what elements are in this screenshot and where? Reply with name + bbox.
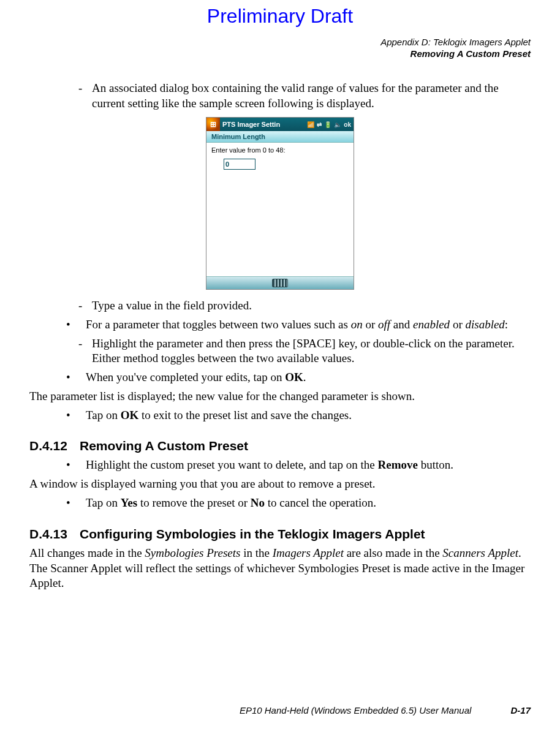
para-symbologies: All changes made in the Symbologies Pres… [29, 546, 531, 591]
text-em: on [351, 318, 363, 331]
page: Preliminary Draft Appendix D: Teklogix I… [0, 0, 560, 740]
start-flag-icon[interactable]: ⊞ [206, 118, 220, 131]
header-line-2: Removing A Custom Preset [380, 48, 531, 60]
footer-title: EP10 Hand-Held (Windows Embedded 6.5) Us… [240, 705, 471, 715]
section-title: Removing A Custom Preset [80, 439, 248, 453]
text-fragment: button. [418, 458, 453, 471]
section-title: Configuring Symbologies in the Teklogix … [80, 527, 425, 541]
bullet-text: Highlight the custom preset you want to … [86, 458, 453, 471]
bullet-tap-ok-exit: • Tap on OK to exit to the preset list a… [29, 408, 531, 423]
bullet-marker: • [66, 370, 70, 385]
text-fragment: Highlight the custom preset you want to … [86, 458, 377, 471]
text-strong: Remove [377, 458, 417, 471]
dash-text: Highlight the parameter and then press t… [92, 337, 515, 365]
system-tray: 📶 ⇄ 🔋 🔈 ok [305, 121, 354, 128]
section-number: D.4.12 [29, 437, 80, 454]
bullet-text: When you've completed your edits, tap on… [86, 371, 306, 383]
dash-marker: - [78, 298, 82, 314]
text-fragment: to exit to the preset list and save the … [138, 409, 352, 421]
value-input[interactable]: 0 [224, 159, 255, 170]
bullet-text: Tap on Yes to remove the preset or No to… [86, 496, 376, 509]
signal-icon: 📶 [307, 121, 314, 128]
text-fragment: All changes made in the [29, 546, 145, 559]
text-em: Symbologies Presets [145, 546, 240, 559]
running-header: Appendix D: Teklogix Imagers Applet Remo… [380, 37, 531, 60]
phone-bottom-bar [206, 276, 354, 289]
footer-page-number: D-17 [510, 705, 531, 715]
text-strong: OK [285, 371, 303, 383]
bullet-marker: • [66, 317, 70, 333]
intro-dash-text: An associated dialog box containing the … [92, 81, 499, 110]
text-em: Imagers Applet [273, 546, 344, 559]
bullet-yes-no: • Tap on Yes to remove the preset or No … [29, 496, 531, 511]
text-em: Scanners Applet [442, 546, 518, 559]
watermark-text: Preliminary Draft [0, 5, 560, 28]
text-fragment: . [303, 371, 306, 383]
text-fragment: to remove the preset or [137, 496, 251, 509]
text-strong: OK [121, 409, 139, 421]
dash-item-highlight: - Highlight the parameter and then press… [29, 336, 531, 366]
bullet-marker: • [66, 458, 70, 473]
page-footer: EP10 Hand-Held (Windows Embedded 6.5) Us… [29, 705, 531, 715]
text-fragment: : [505, 318, 508, 331]
section-heading-d413: D.4.13Configuring Symbologies in the Tek… [29, 526, 531, 542]
phone-subtitle-bar: Minimum Length [206, 131, 354, 143]
content-area: - An associated dialog box containing th… [29, 81, 531, 595]
bullet-text: For a parameter that toggles between two… [86, 318, 508, 331]
text-em: enabled [413, 318, 450, 331]
section-heading-d412: D.4.12Removing A Custom Preset [29, 437, 531, 454]
text-fragment: Tap on [86, 409, 121, 421]
bullet-marker: • [66, 496, 70, 511]
dash-marker: - [78, 81, 82, 96]
para-warning-window: A window is displayed warning you that y… [29, 477, 531, 492]
text-fragment: or [450, 318, 465, 331]
text-strong: Yes [121, 496, 137, 509]
phone-prompt-text: Enter value from 0 to 48: [211, 146, 349, 154]
dash-marker: - [78, 336, 82, 352]
phone-mock: ⊞ PTS Imager Settin 📶 ⇄ 🔋 🔈 ok Minimum L… [206, 117, 354, 290]
text-fragment: and [390, 318, 413, 331]
battery-icon: 🔋 [324, 121, 331, 128]
phone-title-bar: ⊞ PTS Imager Settin 📶 ⇄ 🔋 🔈 ok [206, 118, 354, 131]
volume-icon: 🔈 [334, 121, 341, 128]
keyboard-icon[interactable] [272, 279, 288, 287]
text-fragment: For a parameter that toggles between two… [86, 318, 351, 331]
text-strong: No [251, 496, 265, 509]
para-parameter-list: The parameter list is displayed; the new… [29, 389, 531, 404]
text-fragment: Tap on [86, 496, 121, 509]
section-number: D.4.13 [29, 526, 80, 542]
text-em: disabled [465, 318, 504, 331]
bullet-marker: • [66, 408, 70, 423]
network-icon: ⇄ [317, 121, 322, 128]
bullet-toggle-param: • For a parameter that toggles between t… [29, 317, 531, 333]
text-fragment: or [363, 318, 378, 331]
text-fragment: are also made in the [344, 546, 442, 559]
ok-button[interactable]: ok [344, 121, 351, 128]
dash-text: Type a value in the field provided. [92, 299, 252, 312]
header-line-1: Appendix D: Teklogix Imagers Applet [380, 37, 531, 48]
bullet-completed-edits: • When you've completed your edits, tap … [29, 370, 531, 385]
phone-title-text: PTS Imager Settin [220, 121, 305, 128]
screenshot-figure: ⊞ PTS Imager Settin 📶 ⇄ 🔋 🔈 ok Minimum L… [29, 117, 531, 290]
bullet-text: Tap on OK to exit to the preset list and… [86, 409, 352, 421]
text-fragment: in the [240, 546, 272, 559]
bullet-highlight-preset: • Highlight the custom preset you want t… [29, 458, 531, 473]
intro-dash-item: - An associated dialog box containing th… [29, 81, 531, 111]
dash-item-type-value: - Type a value in the field provided. [29, 298, 531, 314]
phone-body: Enter value from 0 to 48: 0 [206, 143, 354, 276]
text-fragment: When you've completed your edits, tap on [86, 371, 285, 383]
text-fragment: to cancel the operation. [265, 496, 376, 509]
text-em: off [378, 318, 390, 331]
